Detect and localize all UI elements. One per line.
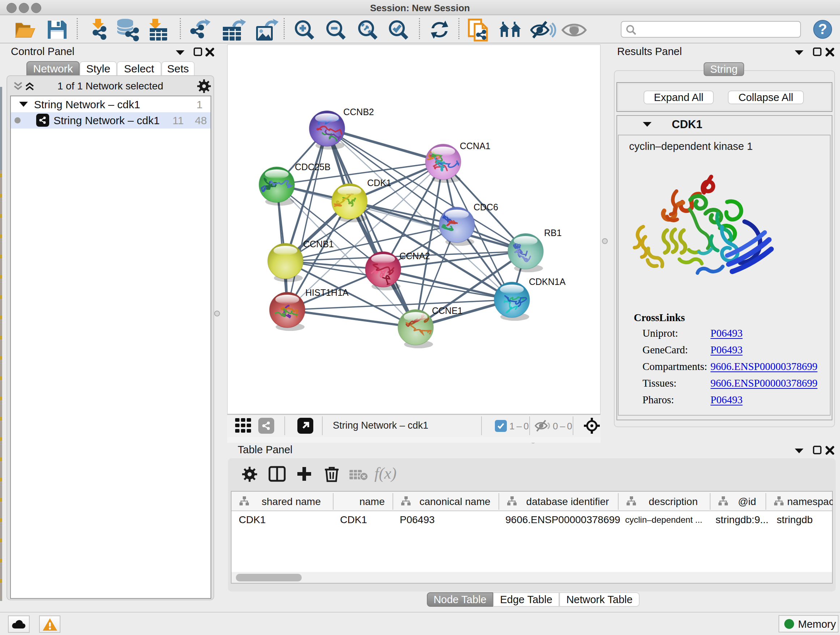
- svg-text:CDC6: CDC6: [474, 202, 498, 212]
- svg-text:HIST1H1A: HIST1H1A: [305, 287, 349, 298]
- svg-text:CCNB1: CCNB1: [303, 239, 334, 249]
- svg-text:RB1: RB1: [544, 228, 562, 238]
- svg-text:CDC25B: CDC25B: [295, 162, 331, 172]
- svg-text:CDKN1A: CDKN1A: [529, 277, 566, 287]
- svg-text:CCNB2: CCNB2: [343, 107, 374, 117]
- svg-text:CCNA2: CCNA2: [399, 251, 430, 261]
- svg-text:CDK1: CDK1: [367, 178, 392, 188]
- svg-text:CCNA1: CCNA1: [460, 141, 491, 151]
- svg-text:CCNE1: CCNE1: [432, 306, 463, 316]
